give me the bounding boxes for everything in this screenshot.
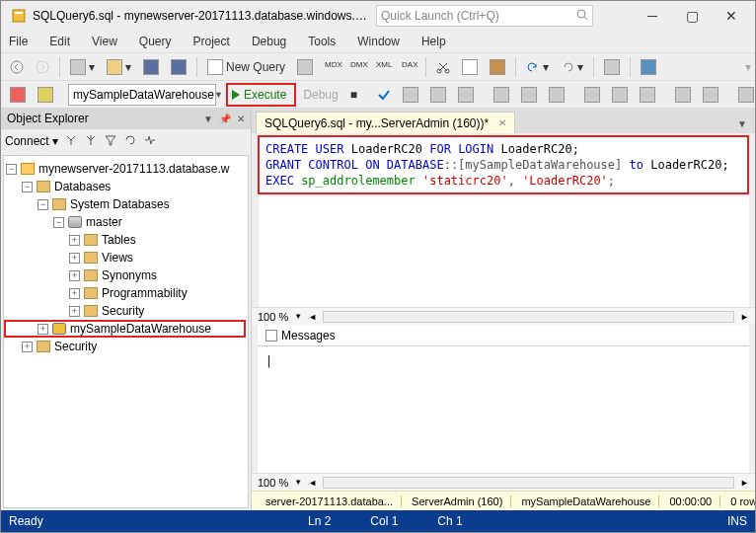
menu-edit[interactable]: Edit [45, 33, 74, 50]
dax-query-button[interactable]: DAX [397, 56, 420, 78]
paste-button[interactable] [485, 56, 510, 78]
save-button[interactable] [138, 56, 164, 78]
horizontal-scrollbar-2[interactable] [323, 477, 734, 489]
expander-icon[interactable]: − [22, 182, 33, 192]
zoom-value-2[interactable]: 100 % [258, 477, 288, 489]
system-databases-node[interactable]: System Databases [70, 197, 170, 211]
menu-tools[interactable]: Tools [304, 33, 340, 50]
quick-launch-input[interactable]: Quick Launch (Ctrl+Q) [376, 5, 593, 27]
menu-query[interactable]: Query [135, 33, 176, 50]
filter-icon[interactable] [104, 133, 117, 150]
expander-icon[interactable]: + [69, 288, 80, 299]
connect-button[interactable]: Connect ▾ [5, 134, 58, 148]
comment-icon [675, 87, 691, 103]
query-options-button[interactable] [425, 84, 451, 106]
expander-icon[interactable]: + [38, 324, 48, 335]
disconnect-icon[interactable] [64, 133, 78, 150]
svg-point-5 [37, 61, 48, 73]
copy-button[interactable] [457, 56, 483, 78]
uncomment-button[interactable] [698, 84, 723, 106]
master-node[interactable]: master [86, 215, 122, 229]
menu-window[interactable]: Window [353, 33, 404, 50]
messages-tab[interactable]: Messages [258, 325, 749, 346]
horizontal-scrollbar[interactable] [323, 311, 734, 323]
dmx-query-button[interactable]: DMX [345, 56, 369, 78]
panel-close-icon[interactable]: ✕ [237, 114, 245, 124]
execute-button[interactable]: Execute [226, 83, 296, 107]
new-query-button[interactable]: New Query [202, 56, 290, 78]
include-plan-button[interactable] [489, 84, 514, 106]
redo-button[interactable]: ▾ [556, 56, 588, 78]
security-inner-node[interactable]: Security [102, 304, 144, 318]
connect-new-icon[interactable] [84, 133, 98, 150]
include-stats-button[interactable] [516, 84, 542, 106]
programmability-node[interactable]: Programmability [102, 286, 188, 300]
maximize-button[interactable]: ▢ [672, 2, 712, 30]
refresh-icon[interactable] [123, 133, 137, 150]
include-client-stats-button[interactable] [544, 84, 569, 106]
expander-icon[interactable]: − [38, 199, 48, 210]
server-node[interactable]: mynewserver-20171113.database.w [38, 162, 229, 176]
start-debug-icon[interactable] [636, 56, 661, 78]
cut-button[interactable] [431, 56, 455, 78]
sql-editor[interactable]: CREATE USER LoaderRC20 FOR LOGIN LoaderR… [258, 135, 749, 194]
zoom-value-1[interactable]: 100 % [258, 311, 288, 323]
code-whitespace[interactable] [258, 196, 749, 307]
svg-rect-0 [13, 10, 25, 22]
sample-dw-node[interactable]: mySampleDataWarehouse [70, 322, 211, 336]
zoom-dropdown-icon[interactable]: ▼ [294, 312, 302, 321]
save-all-button[interactable] [166, 56, 191, 78]
expander-icon[interactable]: + [69, 270, 80, 281]
messages-body[interactable]: | [258, 346, 749, 473]
pin-icon[interactable]: 📌 [219, 114, 231, 124]
synonyms-node[interactable]: Synonyms [102, 268, 157, 282]
debug-button[interactable]: Debug [298, 84, 342, 106]
menu-view[interactable]: View [88, 33, 121, 50]
activity-icon[interactable] [143, 133, 157, 150]
expander-icon[interactable]: + [22, 342, 33, 352]
tables-node[interactable]: Tables [102, 233, 136, 247]
object-tree[interactable]: −mynewserver-20171113.database.w −Databa… [3, 155, 249, 508]
results-file-button[interactable] [635, 84, 660, 106]
new-project-button[interactable]: ▾ [65, 56, 100, 78]
security-node[interactable]: Security [54, 340, 97, 353]
menu-debug[interactable]: Debug [248, 33, 290, 50]
tab-label: SQLQuery6.sql - my...ServerAdmin (160))* [265, 116, 489, 130]
open-file-button[interactable]: ▾ [102, 56, 136, 78]
menu-project[interactable]: Project [189, 33, 234, 50]
databases-node[interactable]: Databases [54, 180, 111, 193]
expander-icon[interactable]: + [69, 235, 80, 246]
database-selector[interactable]: mySampleDataWarehouse ▼ [68, 84, 216, 106]
expander-icon[interactable]: − [53, 217, 64, 228]
change-connection-button[interactable] [5, 84, 31, 106]
close-button[interactable]: ✕ [712, 2, 751, 30]
editor-tab[interactable]: SQLQuery6.sql - my...ServerAdmin (160))*… [256, 112, 515, 133]
results-grid-button[interactable] [607, 84, 633, 106]
menu-file[interactable]: File [5, 33, 32, 50]
cancel-query-button[interactable]: ■ [345, 84, 362, 106]
expander-icon[interactable]: − [6, 164, 17, 175]
minimize-button[interactable]: ─ [633, 2, 672, 30]
results-text-button[interactable] [579, 84, 605, 106]
panel-menu-icon[interactable]: ▼ [203, 114, 213, 124]
comment-button[interactable] [670, 84, 696, 106]
parse-button[interactable] [33, 84, 58, 106]
undo-button[interactable]: ▾ [521, 56, 554, 78]
tab-overflow-icon[interactable]: ▼ [733, 114, 751, 133]
tab-close-icon[interactable]: ✕ [498, 117, 506, 128]
intellisense-button[interactable] [453, 84, 479, 106]
nav-back-button[interactable] [5, 56, 29, 78]
engine-query-button[interactable] [292, 56, 318, 78]
menu-help[interactable]: Help [417, 33, 450, 50]
xmla-query-button[interactable]: XML [371, 56, 395, 78]
views-node[interactable]: Views [102, 251, 133, 265]
indent-button[interactable] [733, 84, 756, 106]
parse-check-button[interactable] [372, 84, 396, 106]
expander-icon[interactable]: + [69, 306, 80, 317]
expander-icon[interactable]: + [69, 253, 80, 264]
mdx-query-button[interactable]: MDX [320, 56, 343, 78]
nav-forward-button[interactable] [31, 56, 54, 78]
properties-icon[interactable] [599, 56, 625, 78]
zoom-dropdown-icon[interactable]: ▼ [294, 478, 302, 487]
display-plan-button[interactable] [398, 84, 423, 106]
